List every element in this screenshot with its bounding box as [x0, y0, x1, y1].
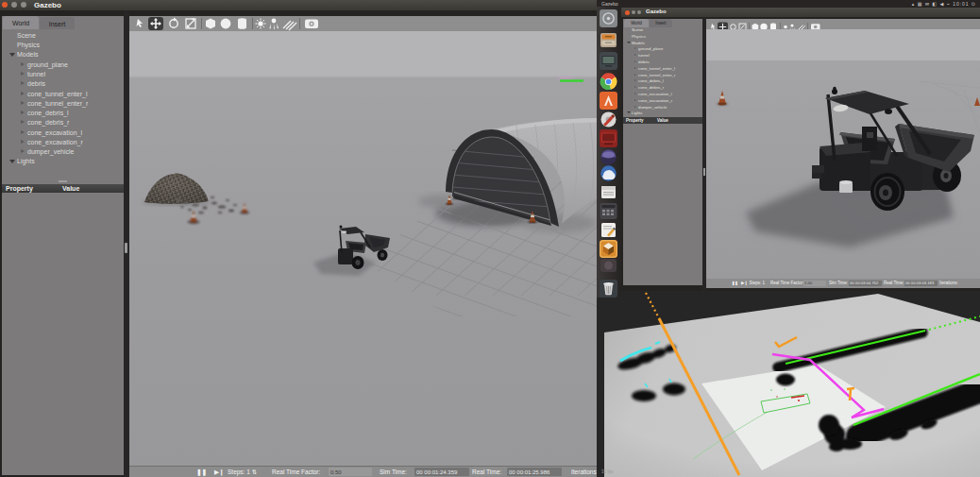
- svg-text:31 fps: 31 fps: [601, 469, 614, 474]
